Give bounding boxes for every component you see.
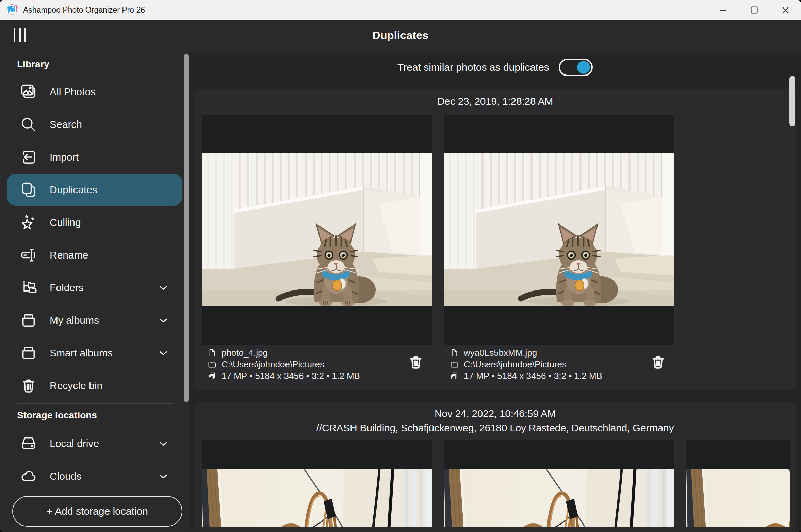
photo-card[interactable] [202,115,432,345]
album-icon [20,344,37,362]
search-icon [20,116,37,133]
sidebar-item-import[interactable]: Import [0,141,189,173]
maximize-icon [750,5,759,15]
chevron-down-icon [157,437,169,450]
photo-folder-path: C:\Users\johndoe\Pictures [222,359,324,370]
photo-filename: wya0Ls5bxMM.jpg [464,348,537,358]
sidebar-item-label: Duplicates [50,184,97,196]
photo-card[interactable] [202,440,432,527]
close-button[interactable] [770,0,801,20]
trash-icon [650,353,666,372]
delete-photo-button[interactable] [405,350,427,375]
sidebar-item-folders[interactable]: Folders [0,271,189,304]
photo-metadata: photo_4.jpg C:\Users\johndoe\Pictures 17… [208,347,405,382]
sidebar-item-recycle-bin[interactable]: Recycle bin [0,369,189,402]
sidebar-item-label: Clouds [50,470,81,482]
delete-photo-button[interactable] [647,350,669,375]
photo-metadata: wya0Ls5bxMM.jpg C:\Users\johndoe\Picture… [450,347,647,382]
sidebar-item-label: All Photos [50,86,96,98]
page-title: Duplicates [0,29,801,42]
duplicates-icon [20,181,37,199]
window-title: Ashampoo Photo Organizer Pro 26 [23,5,145,15]
sidebar-item-label: Local drive [50,438,99,449]
minimize-icon [718,5,728,15]
folder-icon [450,360,459,369]
toggle-knob [577,61,590,74]
sidebar-item-label: Rename [50,249,88,261]
album-icon [20,312,37,329]
photo-filename: photo_4.jpg [222,348,268,358]
culling-icon [20,214,37,231]
duplicate-group: Nov 24, 2022, 10:46:59 AM //CRASH Buildi… [194,402,796,529]
maximize-button[interactable] [738,0,770,20]
photo-thumbnail-chandelier [202,469,432,527]
duplicate-group: Dec 23, 2019, 1:28:28 AM photo_4.jpg C:\… [194,89,796,390]
sidebar-item-local-drive[interactable]: Local drive [0,427,189,460]
rename-icon [20,246,37,264]
chevron-down-icon [157,282,169,294]
sidebar-item-all-photos[interactable]: All Photos [0,76,189,108]
photo-card[interactable] [686,440,790,527]
sidebar-scrollbar[interactable] [184,54,189,402]
photo-thumbnail-cat [444,153,674,306]
sidebar-item-duplicates[interactable]: Duplicates [7,174,182,206]
sidebar-item-label: Search [50,119,82,130]
content-scrollbar[interactable] [789,76,795,126]
group-timestamp: Nov 24, 2022, 10:46:59 AM [194,408,796,419]
sidebar-item-search[interactable]: Search [0,108,189,141]
sidebar-item-label: My albums [50,315,99,326]
photo-folder-path: C:\Users\johndoe\Pictures [464,359,567,370]
sidebar-item-label: Recycle bin [50,380,102,392]
chevron-down-icon [157,470,169,482]
import-icon [20,148,37,166]
photo-thumbnail-cat [202,153,432,306]
trash-icon [20,377,37,395]
cloud-icon [20,467,37,485]
window-controls [707,0,801,20]
add-storage-location-button[interactable]: + Add storage location [12,496,182,527]
file-icon [208,348,217,358]
sidebar-item-clouds[interactable]: Clouds [0,460,189,493]
photo-thumbnail-chandelier [444,469,674,527]
pages-icon [450,371,459,381]
app-logo-icon [6,4,18,16]
sidebar-divider [17,403,174,404]
hard-drive-icon [20,435,37,452]
chevron-down-icon [157,347,169,359]
photo-specs: 17 MP • 5184 x 3456 • 3:2 • 1.2 MB [222,371,360,381]
sidebar-item-label: Culling [50,217,81,228]
group-location: //CRASH Building, Schafjückenweg, 26180 … [194,422,796,434]
similar-photos-toggle[interactable] [559,59,593,76]
photo-card[interactable] [444,115,674,345]
chevron-down-icon [157,314,169,327]
similar-toggle-row: Treat similar photos as duplicates [189,53,801,82]
titlebar: Ashampoo Photo Organizer Pro 26 [0,0,801,20]
sidebar-item-label: Folders [50,282,84,294]
file-icon [450,348,459,358]
app-window: Ashampoo Photo Organizer Pro 26 Duplicat… [0,0,801,532]
photos-icon [20,83,37,101]
folder-icon [208,360,217,369]
sidebar-item-label: Import [50,151,79,163]
sidebar-item-label: Smart albums [50,347,113,359]
group-timestamp: Dec 23, 2019, 1:28:28 AM [194,96,796,107]
sidebar-item-rename[interactable]: Rename [0,239,189,271]
library-heading: Library [17,59,49,70]
close-icon [781,5,790,15]
pages-icon [208,371,217,381]
sidebar: Library All Photos Search Import Duplica… [0,53,189,529]
photo-card[interactable] [444,440,674,527]
sidebar-item-my-albums[interactable]: My albums [0,304,189,337]
similar-toggle-label: Treat similar photos as duplicates [397,62,549,73]
sidebar-item-smart-albums[interactable]: Smart albums [0,337,189,369]
sidebar-item-culling[interactable]: Culling [0,206,189,239]
folder-tree-icon [20,279,37,297]
photo-thumbnail-chandelier [686,469,790,527]
storage-locations-heading: Storage locations [17,410,97,421]
minimize-button[interactable] [707,0,738,20]
photo-specs: 17 MP • 5184 x 3456 • 3:2 • 1.2 MB [464,371,602,381]
trash-icon [408,353,424,372]
